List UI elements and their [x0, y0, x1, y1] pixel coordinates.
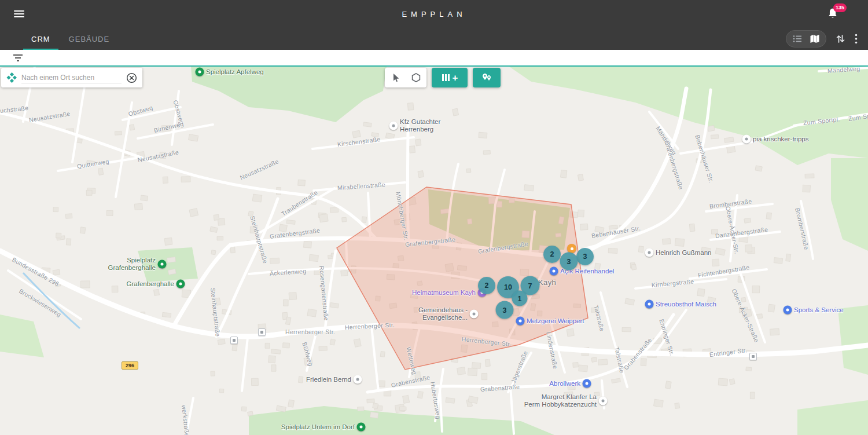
more-options-button[interactable]	[855, 34, 858, 44]
poi-marker-business[interactable]	[645, 300, 654, 309]
poi-icon	[179, 283, 182, 286]
filter-list-icon	[13, 54, 23, 62]
poi-icon	[648, 303, 651, 306]
poi-marker-generic[interactable]	[354, 375, 362, 384]
search-input[interactable]	[21, 72, 122, 83]
poi-icon	[392, 125, 395, 127]
sort-button[interactable]	[836, 34, 845, 44]
add-barrier-button[interactable]: +	[432, 68, 468, 87]
place-search	[1, 68, 142, 87]
cluster-marker[interactable]: 2	[478, 277, 495, 294]
cluster-marker[interactable]: 3	[560, 253, 578, 270]
polygon-tool-button[interactable]	[406, 68, 426, 87]
territory-icon	[6, 72, 17, 83]
road-icon	[749, 353, 757, 360]
app-title: EMPPLAN	[0, 10, 868, 19]
list-view-button[interactable]	[792, 34, 803, 44]
poi-marker-park[interactable]	[357, 423, 366, 432]
poi-marker-park[interactable]	[196, 68, 204, 76]
poi-icon	[360, 426, 363, 429]
poi-marker-business[interactable]	[784, 306, 792, 315]
barrier-icon	[442, 73, 451, 82]
road-icon	[258, 328, 266, 336]
road-icon	[230, 337, 238, 344]
pointer-icon	[391, 73, 400, 82]
map-toolbar: +	[385, 68, 501, 87]
poi-icon	[586, 382, 589, 385]
poi-icon	[553, 270, 556, 273]
list-icon	[792, 34, 803, 44]
poi-icon	[648, 251, 651, 254]
poi-icon	[602, 400, 605, 403]
poi-icon	[519, 320, 522, 323]
select-tool-button[interactable]	[385, 68, 406, 87]
poi-marker-generic[interactable]	[470, 310, 479, 319]
notification-badge: 135	[833, 3, 847, 12]
filter-bar	[0, 50, 868, 65]
poi-icon	[356, 378, 359, 381]
cluster-marker[interactable]: 3	[496, 301, 514, 319]
poi-icon	[473, 313, 476, 316]
poi-marker-park[interactable]	[158, 260, 167, 269]
map-view-button[interactable]	[810, 34, 820, 44]
cluster-marker[interactable]: 2	[543, 246, 561, 263]
locality-label: Kayh	[538, 278, 556, 287]
map-svg	[0, 67, 868, 435]
filter-button[interactable]	[13, 54, 23, 62]
poi-icon	[786, 309, 789, 312]
poi-icon	[161, 263, 164, 266]
poi-marker-business[interactable]	[583, 379, 591, 388]
close-circle-icon	[126, 72, 137, 83]
poi-marker-generic[interactable]	[599, 397, 608, 405]
plus-label: +	[453, 73, 458, 83]
map-canvas[interactable]: uchstraßeNeusatzstraßeObstwegObstwegBirn…	[0, 67, 868, 435]
map-icon	[810, 34, 820, 44]
view-toggle	[786, 30, 826, 47]
tab-crm[interactable]: CRM	[22, 28, 60, 50]
poi-marker-business[interactable]	[550, 267, 558, 276]
route-badge: 296	[122, 361, 138, 370]
poi-marker-park[interactable]	[176, 280, 185, 288]
poi-marker-generic[interactable]	[645, 248, 654, 257]
location-pins-icon	[481, 73, 492, 83]
clear-search-button[interactable]	[126, 72, 137, 83]
poi-marker-business[interactable]	[516, 317, 525, 326]
poi-marker-generic[interactable]	[389, 122, 398, 130]
poi-icon	[745, 138, 748, 141]
cluster-marker[interactable]: 3	[576, 248, 594, 265]
poi-marker-generic[interactable]	[742, 135, 751, 144]
tab-bar: CRM GEBÄUDE	[0, 28, 868, 50]
poi-icon	[571, 247, 573, 250]
pins-tool-button[interactable]	[473, 68, 501, 87]
notifications-button[interactable]: 135	[826, 7, 841, 22]
tab-gebaeude[interactable]: GEBÄUDE	[60, 28, 119, 50]
kebab-icon	[855, 34, 858, 44]
poi-icon	[198, 71, 201, 74]
swap-vertical-icon	[836, 34, 845, 44]
hexagon-icon	[411, 73, 421, 82]
empplan-app: EMPPLAN 135 CRM GEBÄUDE	[0, 0, 868, 435]
cluster-marker[interactable]: 1	[512, 291, 528, 306]
top-bar: EMPPLAN 135	[0, 0, 868, 28]
